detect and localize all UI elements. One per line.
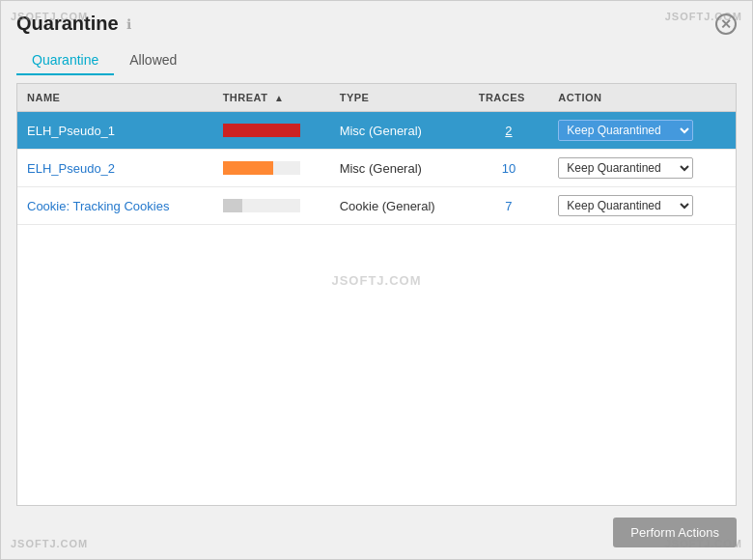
action-select[interactable]: Keep QuarantinedDeleteRestoreIgnore bbox=[558, 195, 693, 216]
threat-bar bbox=[223, 161, 273, 175]
table-row[interactable]: Cookie: Tracking CookiesCookie (General)… bbox=[17, 187, 736, 225]
table-header-row: NAME THREAT ▲ TYPE TRACES ACTION bbox=[17, 84, 736, 112]
cell-name: ELH_Pseudo_1 bbox=[17, 112, 213, 150]
cell-name: Cookie: Tracking Cookies bbox=[17, 187, 213, 225]
action-select[interactable]: Keep QuarantinedDeleteRestoreIgnore bbox=[558, 120, 693, 141]
cell-action: Keep QuarantinedDeleteRestoreIgnore bbox=[548, 187, 736, 225]
col-threat[interactable]: THREAT ▲ bbox=[213, 84, 330, 112]
threat-bar bbox=[223, 124, 300, 137]
threat-bar-container bbox=[223, 124, 300, 137]
col-name: NAME bbox=[17, 84, 213, 112]
name-link[interactable]: ELH_Pseudo_1 bbox=[27, 124, 115, 138]
threat-bar-container bbox=[223, 161, 300, 175]
title-left: Quarantine ℹ bbox=[16, 13, 131, 35]
close-button[interactable]: ✕ bbox=[715, 14, 737, 35]
cell-traces: 10 bbox=[469, 150, 549, 187]
quarantine-table: NAME THREAT ▲ TYPE TRACES ACTION ELH_Pse… bbox=[17, 84, 736, 225]
window-title: Quarantine bbox=[16, 13, 119, 35]
name-link[interactable]: ELH_Pseudo_2 bbox=[27, 161, 115, 176]
traces-link[interactable]: 10 bbox=[502, 161, 516, 176]
threat-bar bbox=[223, 199, 242, 212]
title-bar: Quarantine ℹ ✕ bbox=[1, 1, 752, 42]
cell-type: Cookie (General) bbox=[330, 187, 469, 225]
footer: Perform Actions bbox=[1, 506, 752, 559]
threat-bar-container bbox=[223, 199, 300, 212]
tab-allowed[interactable]: Allowed bbox=[114, 46, 192, 75]
col-action: ACTION bbox=[548, 84, 736, 112]
cell-traces: 2 bbox=[469, 112, 549, 150]
main-table-container: NAME THREAT ▲ TYPE TRACES ACTION ELH_Pse… bbox=[16, 83, 737, 506]
cell-threat bbox=[213, 187, 330, 225]
tab-bar: Quarantine Allowed bbox=[1, 46, 752, 75]
traces-link[interactable]: 7 bbox=[505, 199, 512, 213]
tab-quarantine[interactable]: Quarantine bbox=[16, 46, 114, 75]
cell-traces: 7 bbox=[469, 187, 549, 225]
cell-threat bbox=[213, 150, 330, 187]
cell-type: Misc (General) bbox=[330, 150, 469, 187]
action-select[interactable]: Keep QuarantinedDeleteRestoreIgnore bbox=[558, 157, 693, 179]
col-traces: TRACES bbox=[469, 84, 549, 112]
traces-link[interactable]: 2 bbox=[505, 124, 512, 138]
cell-name: ELH_Pseudo_2 bbox=[17, 150, 213, 187]
table-row[interactable]: ELH_Pseudo_1Misc (General)2Keep Quaranti… bbox=[17, 112, 736, 150]
cell-type: Misc (General) bbox=[330, 112, 469, 150]
perform-actions-button[interactable]: Perform Actions bbox=[613, 518, 737, 547]
table-row[interactable]: ELH_Pseudo_2Misc (General)10Keep Quarant… bbox=[17, 150, 736, 187]
cell-action: Keep QuarantinedDeleteRestoreIgnore bbox=[548, 112, 736, 150]
info-icon[interactable]: ℹ bbox=[126, 16, 131, 32]
sort-arrow-threat: ▲ bbox=[274, 93, 284, 103]
cell-threat bbox=[213, 112, 330, 150]
cell-action: Keep QuarantinedDeleteRestoreIgnore bbox=[548, 150, 736, 187]
quarantine-window: JSOFTJ.COM JSOFTJ.COM JSOFTJ.COM JSOFTJ.… bbox=[0, 0, 753, 560]
name-link[interactable]: Cookie: Tracking Cookies bbox=[27, 199, 169, 213]
col-type: TYPE bbox=[330, 84, 469, 112]
